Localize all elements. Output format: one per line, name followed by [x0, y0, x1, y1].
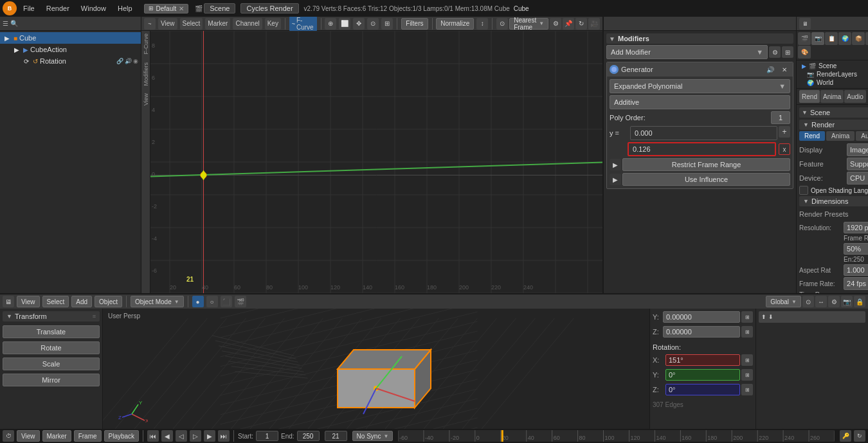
generator-mute-icon[interactable]: 🔊: [764, 64, 776, 75]
fcurve-canvas[interactable]: 8 6 4 2 0 -2 -4 -6 20 40 60 80 100 120 1…: [150, 31, 602, 293]
object-btn[interactable]: Object: [95, 296, 122, 307]
timeline-prev-frame-icon[interactable]: ◀: [161, 430, 173, 442]
viewport-editor-type-icon[interactable]: 🖥: [3, 296, 14, 307]
timeline-jump-end-icon[interactable]: ⏭: [218, 430, 230, 442]
aspect-x-value[interactable]: 1.000: [844, 264, 868, 276]
timeline-start-value[interactable]: 1: [256, 431, 278, 441]
global-dropdown[interactable]: Global ▼: [766, 296, 801, 307]
render-device-dropdown[interactable]: CPU: [847, 172, 868, 185]
fcurve-move-icon[interactable]: ✥: [353, 18, 365, 30]
normalize-icon[interactable]: ↕: [476, 18, 488, 30]
resolution-x-value[interactable]: 1920 p: [844, 222, 868, 233]
coefficient-2-field[interactable]: 0.126: [628, 142, 776, 156]
modifier-settings-icon[interactable]: ⚙: [769, 46, 781, 58]
fcurve-zoom2-icon[interactable]: ⊞: [381, 18, 393, 30]
object-mode-dropdown[interactable]: Object Mode ▼: [131, 296, 184, 307]
vp-right-icon-1[interactable]: ⬆ ⬇: [759, 311, 865, 323]
nearest-frame-dropdown[interactable]: Nearest Frame ▼: [509, 18, 548, 30]
vp-camera-icon[interactable]: 📷: [841, 296, 853, 307]
timeline-sync-icon[interactable]: ↻: [854, 430, 865, 442]
render-engine-selector[interactable]: Cycles Render: [240, 3, 298, 14]
rot-y-value[interactable]: 0°: [665, 369, 740, 381]
use-influence-expand-icon[interactable]: ▶: [610, 174, 621, 185]
scene-tree-item-renderlayers[interactable]: 📷 RenderLayers: [799, 70, 868, 78]
menu-help[interactable]: Help: [113, 3, 138, 14]
restrict-frame-expand-icon[interactable]: ▶: [610, 159, 621, 170]
workspace-tab[interactable]: ⊞ Default ✕: [144, 4, 189, 14]
timeline-ruler[interactable]: [398, 430, 835, 442]
props-world-icon[interactable]: 🌍: [838, 32, 851, 45]
timeline-marker-btn[interactable]: Marker: [42, 430, 71, 442]
generator-delete-icon[interactable]: ✕: [779, 64, 790, 75]
y-coord-value[interactable]: 0.00000: [663, 311, 740, 323]
props-render-icon[interactable]: 📷: [811, 32, 824, 45]
fcurve-settings-icon[interactable]: ⚙: [550, 18, 561, 30]
menu-window[interactable]: Window: [76, 3, 111, 14]
menu-file[interactable]: File: [18, 3, 40, 14]
timeline-jump-start-icon[interactable]: ⏮: [147, 430, 159, 442]
fcurve-side-tab-3[interactable]: View: [142, 91, 150, 108]
vp-render-icon[interactable]: 🎬: [235, 296, 246, 307]
fcurve-sync-icon[interactable]: ↻: [575, 18, 587, 30]
vp-texture-icon[interactable]: ⬛: [221, 296, 232, 307]
render-tab-audio[interactable]: Audio: [856, 131, 868, 141]
render-feature-dropdown[interactable]: Supported: [847, 158, 868, 170]
generator-mode-dropdown[interactable]: Additive: [610, 95, 790, 109]
vp-solid-mode-icon[interactable]: ●: [192, 296, 204, 307]
poly-order-value[interactable]: 1: [771, 111, 790, 124]
coeff-1-add-icon[interactable]: +: [779, 126, 790, 138]
render-section-header[interactable]: ▼ Render ≡: [799, 120, 868, 130]
resolution-pct-value[interactable]: 50%: [844, 243, 868, 255]
select-btn[interactable]: Select: [42, 296, 69, 307]
fcurve-marker-btn[interactable]: Marker: [205, 18, 230, 30]
rotate-btn[interactable]: Rotate: [3, 341, 100, 354]
scene-tree-item-world[interactable]: 🌍 World: [799, 78, 868, 87]
add-btn[interactable]: Add: [71, 296, 92, 307]
timeline-view-btn[interactable]: View: [17, 430, 40, 442]
vp-manip-icon[interactable]: ↔: [815, 296, 827, 307]
add-modifier-dropdown[interactable]: Add Modifier ▼: [606, 45, 768, 59]
scene-tree-item-scene[interactable]: ▶ 🎬 Scene: [799, 62, 868, 70]
timeline-editor-icon[interactable]: ⏱: [3, 430, 14, 442]
scale-btn[interactable]: Scale: [3, 357, 100, 370]
timeline-next-frame-icon[interactable]: ▶: [204, 430, 215, 442]
vp-pivot-icon[interactable]: ⊙: [802, 296, 814, 307]
use-influence-btn[interactable]: Use Influence: [622, 173, 790, 186]
props-object-icon[interactable]: 📦: [852, 32, 865, 45]
filters-btn[interactable]: Filters: [401, 18, 428, 30]
dimensions-section-header[interactable]: ▼ Dimensions ≡: [799, 196, 868, 206]
fcurve-select-btn[interactable]: Select: [180, 18, 203, 30]
render-display-dropdown[interactable]: Image E...: [847, 143, 868, 156]
anima-tab[interactable]: Anima: [820, 90, 844, 103]
fcurve-key-btn[interactable]: Key: [265, 18, 281, 30]
scene-selector[interactable]: Scene: [204, 3, 235, 14]
blender-logo[interactable]: B: [3, 1, 17, 15]
normalize-btn[interactable]: Normalize: [436, 18, 474, 30]
frame-zoom-icon[interactable]: ⊙: [496, 18, 508, 30]
render-tab-anima[interactable]: Anima: [826, 131, 854, 141]
outliner-item-cube[interactable]: ▶ ■ Cube: [0, 32, 141, 44]
rotation-speaker-icon[interactable]: 🔊: [125, 58, 132, 64]
y-coord-copy-icon[interactable]: ⊞: [741, 311, 753, 323]
view-btn[interactable]: View: [17, 296, 40, 307]
vp-lock-icon[interactable]: 🔒: [854, 296, 865, 307]
timeline-frame-btn[interactable]: Frame: [74, 430, 102, 442]
fcurve-channel-btn[interactable]: Channel: [233, 18, 262, 30]
timeline-play-icon[interactable]: ▷: [190, 430, 201, 442]
generator-type-dropdown[interactable]: Expanded Polynomial ▼: [610, 79, 790, 93]
vp-wire-mode-icon[interactable]: ○: [206, 296, 218, 307]
3d-viewport[interactable]: User Persp (21) Cube X Y Z: [103, 309, 649, 443]
props-material-icon[interactable]: 🎨: [798, 46, 811, 59]
transform-header[interactable]: ▼ Transform ≡: [3, 311, 100, 321]
fcurve-side-tab-2[interactable]: Modifiers: [142, 60, 150, 89]
restrict-frame-btn[interactable]: Restrict Frame Range: [622, 158, 790, 171]
timeline-key-icon[interactable]: 🔑: [840, 430, 851, 442]
audio-tab[interactable]: Audio: [844, 90, 866, 103]
rend-tab[interactable]: Rend: [799, 90, 820, 103]
rotation-vis-icon[interactable]: ◉: [133, 58, 138, 64]
fcurve-camera-icon[interactable]: 🎥: [588, 18, 600, 30]
fcurve-zoom-icon[interactable]: ⊙: [367, 18, 379, 30]
open-shading-checkbox[interactable]: [799, 186, 808, 195]
fcurve-mode-indicator[interactable]: ~ F-Curve: [289, 16, 317, 32]
coeff-2-x-icon[interactable]: x: [779, 143, 790, 155]
